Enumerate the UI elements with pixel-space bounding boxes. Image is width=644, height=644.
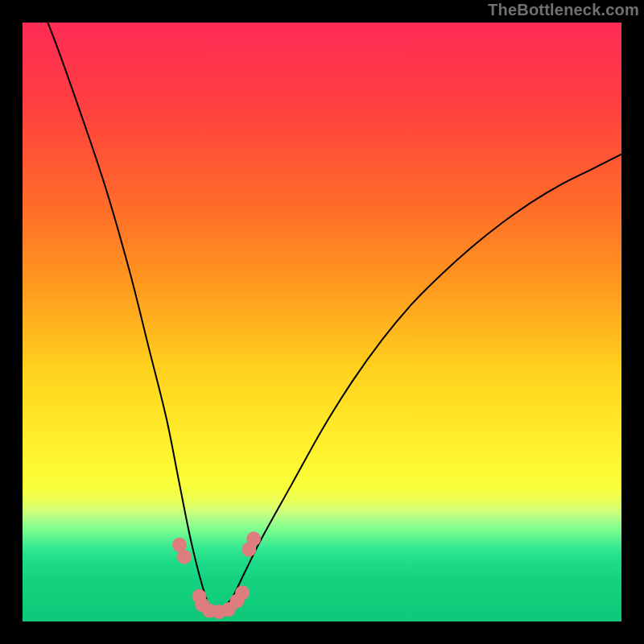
watermark-text: TheBottleneck.com xyxy=(488,1,639,19)
chart-frame xyxy=(23,23,621,621)
chart-background-gradient xyxy=(23,23,621,621)
